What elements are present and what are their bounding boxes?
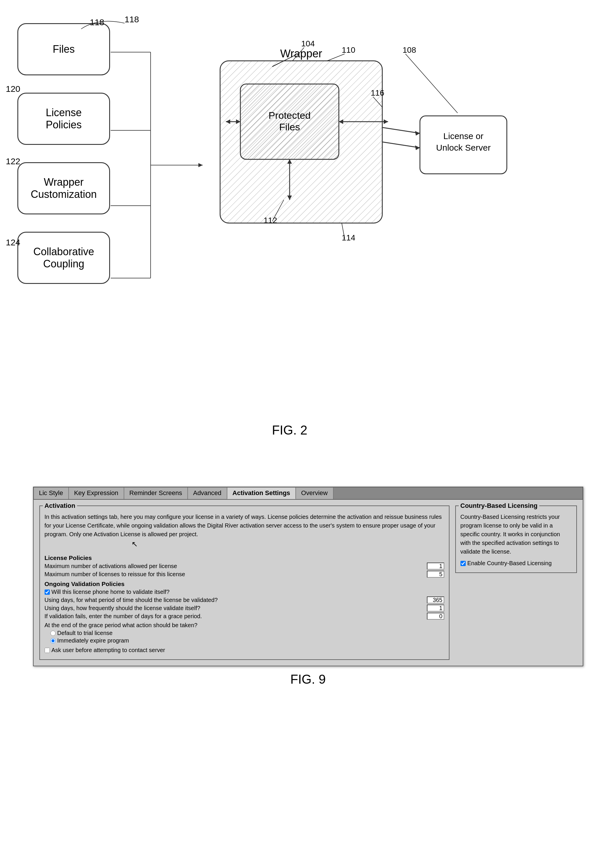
- phone-home-checkbox[interactable]: [45, 590, 50, 595]
- radio-default-trial[interactable]: [50, 631, 56, 636]
- fig9-section: Lic Style Key Expression Reminder Screen…: [0, 481, 616, 695]
- svg-marker-42: [198, 163, 203, 167]
- collaborative-coupling-box: Collaborative Coupling: [17, 232, 110, 284]
- validation-period-label: Using days, for what period of time shou…: [45, 597, 218, 604]
- grace-period-input[interactable]: [427, 613, 444, 620]
- max-reissue-input[interactable]: [427, 571, 444, 578]
- max-activations-input[interactable]: [427, 563, 444, 569]
- validation-frequency-label: Using days, how frequently should the li…: [45, 605, 200, 612]
- ref-118-label: 118: [90, 17, 104, 27]
- activation-panel-title: Activation: [43, 502, 77, 510]
- left-boxes: Files License Policies Wrapper Customiza…: [17, 23, 110, 284]
- svg-text:116: 116: [371, 88, 384, 98]
- enable-country-checkbox[interactable]: [460, 561, 466, 566]
- fig2-label: FIG. 2: [261, 423, 319, 437]
- svg-line-27: [327, 54, 345, 61]
- wrapper-customization-box: Wrapper Customization: [17, 162, 110, 214]
- fig9-window: Lic Style Key Expression Reminder Screen…: [33, 487, 583, 666]
- phone-home-label: Will this license phone home to validate…: [52, 589, 170, 595]
- country-panel-title: Country-Based Licensing: [459, 502, 539, 510]
- fig2-section: 118 Files License Policies Wrapper Custo…: [0, 0, 616, 464]
- fig9-content: Activation In this activation settings t…: [34, 500, 583, 666]
- license-policies-header: License Policies: [45, 554, 444, 561]
- grace-period-row: If validation fails, enter the number of…: [45, 613, 444, 620]
- validation-frequency-row: Using days, how frequently should the li…: [45, 605, 444, 612]
- ref-122-label: 122: [6, 156, 20, 166]
- enable-country-label: Enable Country-Based Licensing: [467, 560, 552, 567]
- radio-expire-row: Immediately expire program: [50, 637, 444, 644]
- validation-frequency-input[interactable]: [427, 605, 444, 612]
- fig9-label: FIG. 9: [12, 672, 604, 687]
- max-reissue-label: Maximum number of licenses to reissue fo…: [45, 571, 185, 578]
- ref-120-label: 120: [6, 84, 20, 94]
- tab-advanced[interactable]: Advanced: [188, 487, 227, 499]
- end-of-grace-label: At the end of the grace period what acti…: [45, 622, 444, 629]
- svg-marker-16: [384, 120, 388, 124]
- cursor-icon: ↖: [132, 540, 138, 548]
- radio-default-trial-label: Default to trial license: [57, 630, 113, 637]
- max-activations-label: Maximum number of activations allowed pe…: [45, 563, 177, 569]
- radio-default-trial-row: Default to trial license: [50, 630, 444, 637]
- svg-text:Protected: Protected: [269, 110, 311, 121]
- ask-user-row: Ask user before attempting to contact se…: [45, 647, 444, 654]
- ref-124-label: 124: [6, 237, 20, 247]
- diagram-svg: Protected Files Wrapper License or Unloc…: [203, 38, 521, 275]
- validation-period-input[interactable]: [427, 596, 444, 604]
- svg-text:104: 104: [301, 39, 315, 48]
- svg-text:108: 108: [402, 46, 416, 55]
- svg-text:110: 110: [342, 46, 355, 55]
- max-activations-row: Maximum number of activations allowed pe…: [45, 563, 444, 569]
- country-panel-body: Country-Based Licensing restricts your p…: [460, 511, 572, 567]
- tab-lic-style[interactable]: Lic Style: [34, 487, 69, 499]
- svg-text:License or: License or: [443, 131, 483, 141]
- svg-text:Files: Files: [279, 121, 300, 132]
- svg-line-29: [405, 54, 457, 113]
- tab-extra: [333, 487, 583, 499]
- center-diagram: Protected Files Wrapper License or Unloc…: [203, 38, 521, 275]
- svg-text:Wrapper: Wrapper: [280, 47, 322, 60]
- max-reissue-row: Maximum number of licenses to reissue fo…: [45, 571, 444, 578]
- grace-period-label: If validation fails, enter the number of…: [45, 613, 202, 620]
- tab-key-expression[interactable]: Key Expression: [69, 487, 124, 499]
- enable-country-row: Enable Country-Based Licensing: [460, 560, 572, 567]
- country-desc: Country-Based Licensing restricts your p…: [460, 513, 572, 556]
- svg-line-19: [382, 142, 420, 148]
- ref-118: 118: [124, 14, 139, 24]
- svg-line-17: [382, 127, 420, 133]
- svg-text:Unlock Server: Unlock Server: [436, 143, 490, 153]
- radio-expire[interactable]: [50, 638, 56, 643]
- tab-bar: Lic Style Key Expression Reminder Screen…: [34, 487, 583, 500]
- phone-home-row: Will this license phone home to validate…: [45, 589, 444, 595]
- tab-reminder-screens[interactable]: Reminder Screens: [124, 487, 188, 499]
- activation-panel: Activation In this activation settings t…: [39, 505, 449, 660]
- svg-marker-18: [415, 131, 420, 135]
- activation-panel-body: In this activation settings tab, here yo…: [45, 511, 444, 654]
- ongoing-validation-header: Ongoing Validation Policies: [45, 580, 444, 588]
- ask-user-label: Ask user before attempting to contact se…: [52, 647, 165, 654]
- radio-expire-label: Immediately expire program: [57, 637, 129, 644]
- svg-marker-20: [415, 145, 420, 150]
- country-panel: Country-Based Licensing Country-Based Li…: [455, 505, 577, 573]
- files-box: Files: [17, 23, 110, 75]
- activation-desc: In this activation settings tab, here yo…: [45, 513, 444, 538]
- validation-period-row: Using days, for what period of time shou…: [45, 596, 444, 604]
- tab-overview[interactable]: Overview: [296, 487, 333, 499]
- tab-activation-settings[interactable]: Activation Settings: [227, 487, 296, 499]
- license-policies-box: License Policies: [17, 93, 110, 145]
- ask-user-checkbox[interactable]: [45, 648, 50, 653]
- svg-text:112: 112: [264, 216, 277, 225]
